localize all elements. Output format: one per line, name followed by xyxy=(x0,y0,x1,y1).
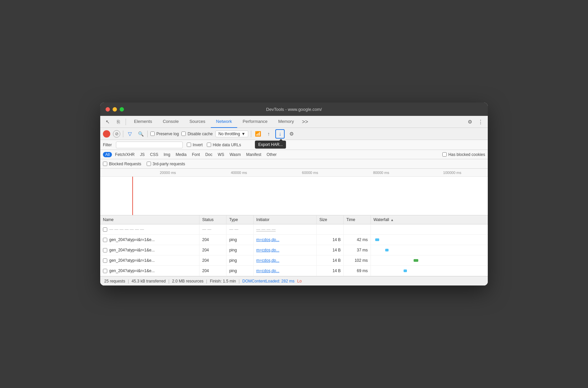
type-btn-css[interactable]: CSS xyxy=(148,152,161,157)
timeline-area: 20000 ms 40000 ms 60000 ms 80000 ms 1000… xyxy=(100,169,488,215)
disable-cache-label[interactable]: Disable cache xyxy=(181,132,212,136)
tab-console[interactable]: Console xyxy=(157,116,184,128)
invert-label[interactable]: Invert xyxy=(187,143,203,147)
type-btn-ws[interactable]: WS xyxy=(215,152,227,157)
row-waterfall xyxy=(371,245,488,255)
row-initiator: m=cdos,dp... xyxy=(254,245,317,255)
search-button[interactable]: 🔍 xyxy=(137,130,145,138)
devtools-window: DevTools - www.google.com/ ↖ ⎘ Elements … xyxy=(100,103,488,285)
type-btn-doc[interactable]: Doc xyxy=(203,152,214,157)
type-btn-manifest[interactable]: Manifest xyxy=(244,152,264,157)
row-time: 37 ms xyxy=(343,245,371,255)
col-size[interactable]: Size xyxy=(316,215,343,224)
record-button[interactable] xyxy=(103,130,110,138)
filter-row: Filter Invert Hide data URLs xyxy=(100,140,488,150)
row-checkbox[interactable] xyxy=(103,269,107,273)
type-btn-fetch-xhr[interactable]: Fetch/XHR xyxy=(113,152,137,157)
extra-filter-row: Blocked Requests 3rd-party requests xyxy=(100,159,488,169)
row-size: 14 B xyxy=(316,245,343,255)
disable-cache-text: Disable cache xyxy=(187,132,212,136)
row-checkbox[interactable] xyxy=(103,238,107,242)
third-party-checkbox[interactable] xyxy=(147,162,151,166)
type-btn-js[interactable]: JS xyxy=(138,152,147,157)
table-row[interactable]: gen_204?atyp=i&r=1&e... 204 ping m=cdos,… xyxy=(100,245,488,255)
inspect-cursor-button[interactable]: ↖ xyxy=(103,117,112,127)
filter-button[interactable]: ▽ xyxy=(126,130,134,138)
col-initiator[interactable]: Initiator xyxy=(254,215,317,224)
minimize-button[interactable] xyxy=(113,107,117,112)
row-initiator: m=cdos,dp... xyxy=(254,255,317,266)
row-waterfall xyxy=(371,224,488,235)
finish-time: Finish: 1.5 min xyxy=(210,279,236,283)
type-btn-media[interactable]: Media xyxy=(173,152,189,157)
disable-cache-checkbox[interactable] xyxy=(181,132,186,136)
throttle-select[interactable]: No throttling ▼ xyxy=(215,131,249,137)
tab-elements[interactable]: Elements xyxy=(129,116,157,128)
row-type: ping xyxy=(227,245,254,255)
row-name: — — — — — — — xyxy=(109,227,144,232)
type-btn-img[interactable]: Img xyxy=(161,152,173,157)
tab-network[interactable]: Network xyxy=(211,116,238,128)
ruler-tick-4: 80000 ms xyxy=(345,171,417,175)
third-party-label[interactable]: 3rd-party requests xyxy=(147,162,185,166)
col-waterfall[interactable]: Waterfall ▲ xyxy=(371,215,488,224)
export-har-button[interactable]: ↓ xyxy=(275,129,285,139)
blocked-requests-checkbox[interactable] xyxy=(103,162,107,166)
tab-sources[interactable]: Sources xyxy=(184,116,211,128)
blocked-requests-label[interactable]: Blocked Requests xyxy=(103,162,141,166)
type-btn-all[interactable]: All xyxy=(103,152,112,157)
invert-checkbox[interactable] xyxy=(187,143,191,147)
row-status: 204 xyxy=(199,235,227,245)
row-name: gen_204?atyp=i&r=1&e... xyxy=(109,268,155,273)
tab-performance[interactable]: Performance xyxy=(237,116,273,128)
blocked-cookies-label[interactable]: Has blocked cookies xyxy=(442,152,485,157)
requests-count: 25 requests xyxy=(104,279,125,283)
clear-icon: ⊘ xyxy=(115,131,119,136)
tab-memory[interactable]: Memory xyxy=(273,116,299,128)
clear-button[interactable]: ⊘ xyxy=(113,130,120,138)
blocked-requests-text: Blocked Requests xyxy=(109,162,141,166)
row-status: 204 xyxy=(199,266,227,276)
close-button[interactable] xyxy=(106,107,110,112)
col-time[interactable]: Time xyxy=(343,215,371,224)
type-btn-font[interactable]: Font xyxy=(189,152,202,157)
network-settings-button[interactable]: ⚙ xyxy=(287,130,295,138)
preserve-log-checkbox[interactable] xyxy=(150,132,155,136)
table-row[interactable]: gen_204?atyp=i&r=1&e... 204 ping m=cdos,… xyxy=(100,255,488,266)
tab-more[interactable]: >> xyxy=(299,119,311,125)
row-initiator: m=cdos,dp... xyxy=(254,235,317,245)
table-row[interactable]: gen_204?atyp=i&r=1&e... 204 ping m=cdos,… xyxy=(100,235,488,245)
row-checkbox[interactable] xyxy=(103,227,107,232)
toolbar-divider-1 xyxy=(126,119,126,125)
row-type: — — xyxy=(227,224,254,235)
device-toggle-button[interactable]: ⎘ xyxy=(114,117,123,127)
blocked-cookies-checkbox[interactable] xyxy=(442,152,447,157)
network-wifi-icon[interactable]: 📶 xyxy=(254,130,262,138)
title-bar: DevTools - www.google.com/ xyxy=(100,103,488,116)
filter-icon: ▽ xyxy=(128,131,132,137)
more-options-button[interactable]: ⋮ xyxy=(476,117,485,127)
row-checkbox[interactable] xyxy=(103,258,107,263)
ruler-tick-5: 100000 ms xyxy=(417,171,488,175)
row-time xyxy=(343,224,371,235)
type-btn-wasm[interactable]: Wasm xyxy=(227,152,243,157)
type-btn-other[interactable]: Other xyxy=(264,152,279,157)
table-row[interactable]: gen_204?atyp=i&r=1&e... 204 ping m=cdos,… xyxy=(100,266,488,276)
search-icon: 🔍 xyxy=(138,131,144,137)
row-type: ping xyxy=(227,235,254,245)
ruler-tick-3: 60000 ms xyxy=(275,171,346,175)
col-name[interactable]: Name xyxy=(100,215,199,224)
preserve-log-label[interactable]: Preserve log xyxy=(150,132,179,136)
col-type[interactable]: Type xyxy=(227,215,254,224)
maximize-button[interactable] xyxy=(120,107,124,112)
import-button[interactable]: ↑ xyxy=(265,130,273,138)
hide-data-urls-checkbox[interactable] xyxy=(207,143,211,147)
filter-input[interactable] xyxy=(116,142,183,148)
row-status: 204 xyxy=(199,255,227,266)
row-checkbox[interactable] xyxy=(103,248,107,252)
col-status[interactable]: Status xyxy=(199,215,227,224)
upload-icon: ↑ xyxy=(268,131,270,137)
hide-data-urls-label[interactable]: Hide data URLs xyxy=(207,143,241,147)
table-row[interactable]: — — — — — — — — — — — — — — — xyxy=(100,224,488,235)
settings-button[interactable]: ⚙ xyxy=(465,117,474,127)
